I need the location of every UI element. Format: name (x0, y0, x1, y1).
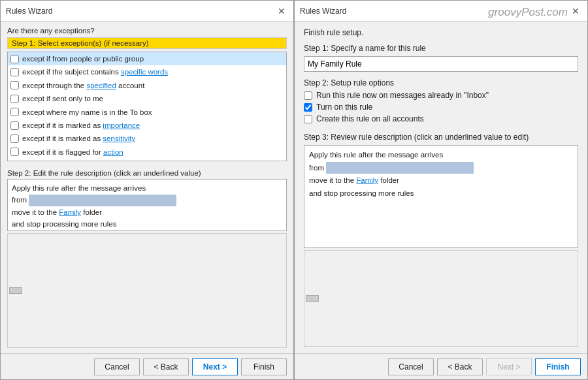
rule-line2: from (12, 194, 282, 206)
list-item[interactable]: except if it is marked as sensitivity (8, 132, 286, 145)
right-rule-line4: and stop processing more rules (309, 187, 573, 200)
exception-text-0: except if from people or public group (22, 53, 144, 65)
list-item[interactable]: except if it is marked as importance (8, 119, 286, 132)
exception-checkbox-7[interactable] (10, 148, 19, 156)
family-link-left[interactable]: Family (59, 208, 81, 216)
left-titlebar: Rules Wizard ✕ (1, 1, 293, 22)
exception-checkbox-1[interactable] (10, 68, 19, 76)
left-step1-header: Step 1: Select exception(s) (if necessar… (7, 37, 287, 49)
sensitivity-link[interactable]: sensitivity (103, 135, 135, 142)
left-body: Are there any exceptions? Step 1: Select… (1, 22, 293, 353)
importance-link[interactable]: importance (103, 121, 140, 129)
option-label-2: Create this rule on all accounts (316, 114, 424, 123)
left-scrollbar-h[interactable] (7, 233, 287, 348)
finish-label: Finish rule setup. (304, 28, 578, 37)
right-rule-line3: move it to the Family folder (309, 174, 573, 187)
right-next-button[interactable]: Next > (486, 358, 532, 375)
left-back-button[interactable]: < Back (143, 358, 189, 375)
list-item[interactable]: except if sent only to me (8, 92, 286, 105)
left-cancel-button[interactable]: Cancel (94, 358, 140, 375)
right-scrollbar-h[interactable] (304, 250, 578, 347)
exception-checkbox-2[interactable] (10, 81, 19, 89)
rule-name-input[interactable] (304, 56, 578, 72)
left-step2-label: Step 2: Edit the rule description (click… (7, 169, 287, 177)
option-row-1: Turn on this rule (304, 103, 578, 112)
left-close-button[interactable]: ✕ (275, 7, 288, 16)
exception-text-7: except if it is flagged for action (22, 146, 123, 158)
exception-checkbox-6[interactable] (10, 135, 19, 143)
right-review-box: Apply this rule after the message arrive… (304, 145, 578, 248)
left-next-button[interactable]: Next > (192, 358, 238, 375)
right-step2-section: Step 2: Setup rule options Run this rule… (304, 78, 578, 126)
exception-text-1: except if the subject contains specific … (22, 66, 168, 78)
specific-words-link-1[interactable]: specific words (121, 68, 168, 76)
option-row-0: Run this rule now on messages already in… (304, 91, 578, 100)
action-link[interactable]: action (103, 148, 123, 156)
left-hscroll-thumb[interactable] (9, 287, 22, 294)
right-hscroll-thumb[interactable] (306, 295, 319, 302)
exception-text-6: except if it is marked as sensitivity (22, 133, 135, 144)
left-footer: Cancel < Back Next > Finish (1, 353, 293, 379)
left-title: Rules Wizard (6, 7, 52, 16)
option-label-1: Turn on this rule (316, 103, 372, 112)
exception-text-3: except if sent only to me (22, 93, 103, 104)
right-step3-label: Step 3: Review rule description (click a… (304, 133, 578, 142)
left-rules-wizard: Rules Wizard ✕ Are there any exceptions?… (0, 0, 294, 380)
list-item[interactable]: except through the specified account (8, 79, 286, 92)
option-checkbox-0[interactable] (304, 91, 312, 100)
list-item[interactable]: except if from people or public group (8, 52, 286, 65)
list-item[interactable]: except where my name is in the To box (8, 106, 286, 119)
rule-line1: Apply this rule after the message arrive… (12, 182, 282, 194)
exception-text-2: except through the specified account (22, 80, 144, 91)
option-checkbox-2[interactable] (304, 115, 312, 123)
exceptions-wrapper: except if from people or public group ex… (7, 52, 287, 165)
option-row-2: Create this rule on all accounts (304, 114, 578, 123)
right-rule-line1: Apply this rule after the message arrive… (309, 149, 573, 162)
right-rule-line2: from (309, 162, 573, 175)
exception-text-5: except if it is marked as importance (22, 119, 140, 131)
right-titlebar: Rules Wizard groovyPost.com ✕ (295, 1, 587, 22)
right-step2-label: Step 2: Setup rule options (304, 78, 578, 87)
option-label-0: Run this rule now on messages already in… (316, 91, 489, 100)
right-title: Rules Wizard (300, 7, 346, 16)
exception-checkbox-3[interactable] (10, 95, 19, 103)
rule-line4: and stop processing more rules (12, 218, 282, 230)
left-rule-description: Apply this rule after the message arrive… (7, 179, 287, 231)
exception-text-4: except where my name is in the To box (22, 106, 152, 118)
right-cancel-button[interactable]: Cancel (388, 358, 434, 375)
right-finish-button[interactable]: Finish (535, 358, 581, 375)
right-close-button[interactable]: ✕ (569, 7, 582, 16)
family-link-right[interactable]: Family (356, 176, 378, 184)
left-question: Are there any exceptions? (7, 27, 287, 35)
exception-checkbox-4[interactable] (10, 108, 19, 116)
list-item[interactable]: except if it is flagged for action (8, 146, 286, 159)
right-rules-wizard: Rules Wizard groovyPost.com ✕ Finish rul… (294, 0, 588, 380)
list-item[interactable]: except if the subject contains specific … (8, 65, 286, 78)
blurred-from-left (29, 195, 176, 206)
right-step3-section: Step 3: Review rule description (click a… (304, 133, 578, 347)
exception-checkbox-5[interactable] (10, 121, 19, 130)
right-step1-label: Step 1: Specify a name for this rule (304, 44, 578, 53)
right-back-button[interactable]: < Back (437, 358, 483, 375)
blurred-from-right (326, 162, 474, 174)
exception-checkbox-0[interactable] (10, 55, 19, 63)
right-footer: Cancel < Back Next > Finish (295, 353, 587, 379)
right-body: Finish rule setup. Step 1: Specify a nam… (295, 22, 587, 353)
list-item[interactable]: except where my name is in the Cc box (8, 159, 286, 161)
exception-text-8: except where my name is in the Cc box (22, 159, 154, 161)
exceptions-list[interactable]: except if from people or public group ex… (7, 52, 287, 161)
rule-line3: move it to the Family folder (12, 206, 282, 218)
specified-link[interactable]: specified (86, 82, 116, 89)
right-step1-section: Step 1: Specify a name for this rule (304, 44, 578, 72)
option-checkbox-1[interactable] (304, 103, 312, 112)
groovy-watermark: groovyPost.com (488, 6, 568, 19)
left-finish-button[interactable]: Finish (241, 358, 287, 375)
